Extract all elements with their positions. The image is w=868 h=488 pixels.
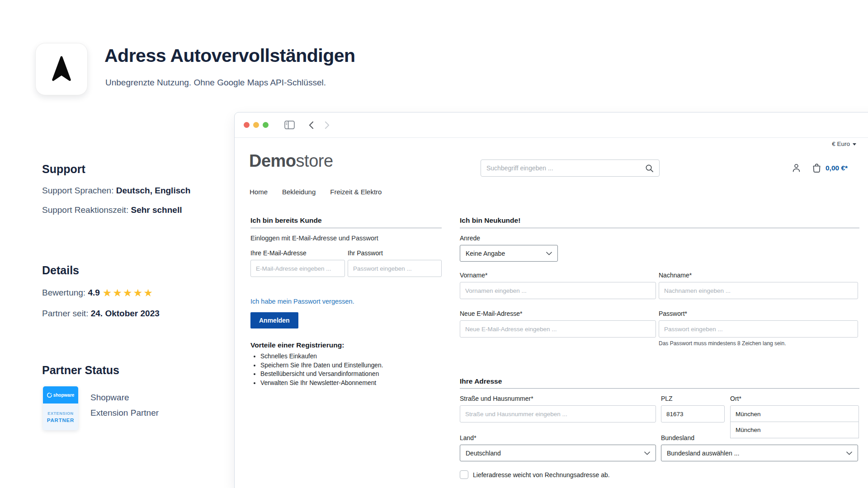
shop-page: € Euro Demostore 0,00 €* Home Bekleidung… bbox=[235, 113, 868, 488]
lastname-input[interactable] bbox=[659, 282, 858, 299]
firstname-input[interactable] bbox=[460, 282, 656, 299]
chevron-down-icon bbox=[853, 143, 856, 145]
benefits-heading: Vorteile einer Registrierung: bbox=[250, 341, 344, 349]
benefit-item: Verwalten Sie Ihr Newsletter-Abonnement bbox=[260, 380, 383, 386]
login-heading: Ich bin bereits Kunde bbox=[250, 216, 322, 225]
forgot-password-link[interactable]: Ich habe mein Passwort vergessen. bbox=[250, 298, 354, 305]
chevron-down-icon bbox=[846, 451, 852, 455]
star-icons: ★★★★★ bbox=[103, 287, 154, 299]
partner-status-heading: Partner Status bbox=[42, 364, 236, 377]
city-field: Ort* bbox=[730, 395, 859, 422]
benefit-item: Speichern Sie Ihre Daten und Einstellung… bbox=[260, 362, 383, 369]
rating-row: Bewertung: 4.9★★★★★ bbox=[42, 287, 236, 299]
country-label: Land* bbox=[460, 434, 656, 441]
benefits-list: Schnelles Einkaufen Speichern Sie Ihre D… bbox=[250, 353, 383, 388]
divider bbox=[460, 388, 859, 389]
search-icon[interactable] bbox=[645, 164, 659, 173]
partner-name: Shopware bbox=[90, 390, 159, 405]
page-subtitle: Unbegrenzte Nutzung. Ohne Google Maps AP… bbox=[105, 78, 326, 88]
badge-extension-label: EXTENSION bbox=[47, 411, 73, 416]
navigation-arrow-icon bbox=[47, 54, 76, 84]
support-response-time: Support Reaktionszeit: Sehr schnell bbox=[42, 205, 236, 215]
cart-total[interactable]: 0,00 €* bbox=[826, 164, 848, 172]
shopware-partner-badge: shopware EXTENSION PARTNER bbox=[43, 386, 78, 430]
address-heading: Ihre Adresse bbox=[460, 377, 502, 385]
shopware-logo-icon bbox=[47, 393, 52, 398]
street-label: Straße und Hausnummer* bbox=[460, 395, 656, 402]
shipping-address-checkbox-row: Lieferadresse weicht von Rechnungsadress… bbox=[460, 470, 610, 479]
login-email-input[interactable] bbox=[250, 260, 345, 277]
shipping-address-checkbox-label: Lieferadresse weicht von Rechnungsadress… bbox=[473, 471, 610, 479]
new-email-input[interactable] bbox=[460, 320, 656, 338]
register-password-field: Passwort* bbox=[659, 310, 858, 338]
password-hint: Das Passwort muss mindestens 8 Zeichen l… bbox=[659, 340, 786, 347]
support-heading: Support bbox=[42, 163, 236, 176]
login-section: Ich bin bereits Kunde Einloggen mit E-Ma… bbox=[250, 216, 442, 488]
street-input[interactable] bbox=[460, 405, 656, 422]
nav-item-bekleidung[interactable]: Bekleidung bbox=[282, 188, 316, 196]
login-password-label: Ihr Passwort bbox=[348, 249, 442, 257]
partner-status-text: Shopware Extension Partner bbox=[90, 390, 159, 421]
firstname-field: Vorname* bbox=[460, 272, 656, 299]
chevron-down-icon bbox=[644, 451, 650, 455]
shopware-logo: shopware bbox=[43, 386, 78, 404]
login-subheading: Einloggen mit E-Mail-Adresse und Passwor… bbox=[250, 235, 378, 242]
lastname-label: Nachname* bbox=[659, 272, 858, 279]
search-input[interactable] bbox=[481, 164, 645, 172]
currency-selector[interactable]: € Euro bbox=[793, 141, 856, 147]
login-password-input[interactable] bbox=[348, 260, 442, 277]
country-select[interactable]: Deutschland bbox=[460, 445, 656, 461]
login-submit-button[interactable]: Anmelden bbox=[250, 312, 298, 328]
city-autocomplete-suggestion[interactable]: München bbox=[730, 422, 859, 438]
new-email-label: Neue E-Mail-Adresse* bbox=[460, 310, 656, 317]
search-box bbox=[481, 160, 660, 177]
main-nav: Home Bekleidung Freizeit & Elektro bbox=[250, 188, 382, 196]
new-email-field: Neue E-Mail-Adresse* bbox=[460, 310, 656, 338]
salutation-select[interactable]: Keine Angabe bbox=[460, 245, 558, 262]
register-heading: Ich bin Neukunde! bbox=[460, 216, 520, 225]
divider bbox=[460, 228, 859, 228]
lastname-field: Nachname* bbox=[659, 272, 858, 299]
nav-item-freizeit-elektro[interactable]: Freizeit & Elektro bbox=[330, 188, 382, 196]
city-input[interactable] bbox=[730, 405, 859, 422]
zip-label: PLZ bbox=[661, 395, 725, 402]
details-heading: Details bbox=[42, 264, 236, 277]
login-email-label: Ihre E-Mail-Adresse bbox=[250, 249, 345, 257]
badge-partner-label: PARTNER bbox=[47, 418, 74, 423]
zip-input[interactable] bbox=[661, 405, 725, 422]
country-field: Land* Deutschland bbox=[460, 434, 656, 461]
browser-window: € Euro Demostore 0,00 €* Home Bekleidung… bbox=[234, 112, 868, 488]
chevron-down-icon bbox=[546, 252, 552, 255]
rating-label: Bewertung: bbox=[42, 288, 88, 297]
register-section: Ich bin Neukunde! Anrede Keine Angabe Vo… bbox=[460, 216, 859, 488]
state-select[interactable]: Bundesland auswählen ... bbox=[661, 445, 858, 461]
firstname-label: Vorname* bbox=[460, 272, 656, 279]
benefit-item: Bestellübersicht und Versandinformatione… bbox=[260, 371, 383, 377]
account-icon[interactable] bbox=[791, 163, 802, 175]
shipping-address-checkbox[interactable] bbox=[460, 470, 468, 479]
rating-value: 4.9 bbox=[88, 288, 99, 297]
login-password-field: Ihr Passwort bbox=[348, 249, 442, 277]
divider bbox=[250, 228, 442, 228]
zip-field: PLZ bbox=[661, 395, 725, 422]
page-title: Adress Autovervollständigen bbox=[104, 45, 355, 66]
nav-item-home[interactable]: Home bbox=[250, 188, 268, 196]
login-email-field: Ihre E-Mail-Adresse bbox=[250, 249, 345, 277]
state-field: Bundesland Bundesland auswählen ... bbox=[661, 434, 858, 461]
partner-status-section: Partner Status shopware EXTENSION PARTNE… bbox=[42, 364, 236, 454]
salutation-label: Anrede bbox=[460, 235, 558, 242]
shop-logo[interactable]: Demostore bbox=[249, 151, 333, 171]
support-languages: Support Sprachen: Deutsch, Englisch bbox=[42, 186, 236, 196]
details-section: Details Bewertung: 4.9★★★★★ Partner seit… bbox=[42, 264, 236, 328]
benefit-item: Schnelles Einkaufen bbox=[260, 353, 383, 360]
salutation-field: Anrede Keine Angabe bbox=[460, 235, 558, 262]
app-icon bbox=[35, 43, 88, 95]
cart-icon[interactable] bbox=[811, 163, 822, 175]
register-password-input[interactable] bbox=[659, 320, 858, 338]
city-label: Ort* bbox=[730, 395, 859, 402]
partner-since-row: Partner seit: 24. Oktober 2023 bbox=[42, 309, 236, 319]
support-section: Support Support Sprachen: Deutsch, Engli… bbox=[42, 163, 236, 225]
partner-type: Extension Partner bbox=[90, 405, 159, 421]
register-password-label: Passwort* bbox=[659, 310, 858, 317]
street-field: Straße und Hausnummer* bbox=[460, 395, 656, 422]
